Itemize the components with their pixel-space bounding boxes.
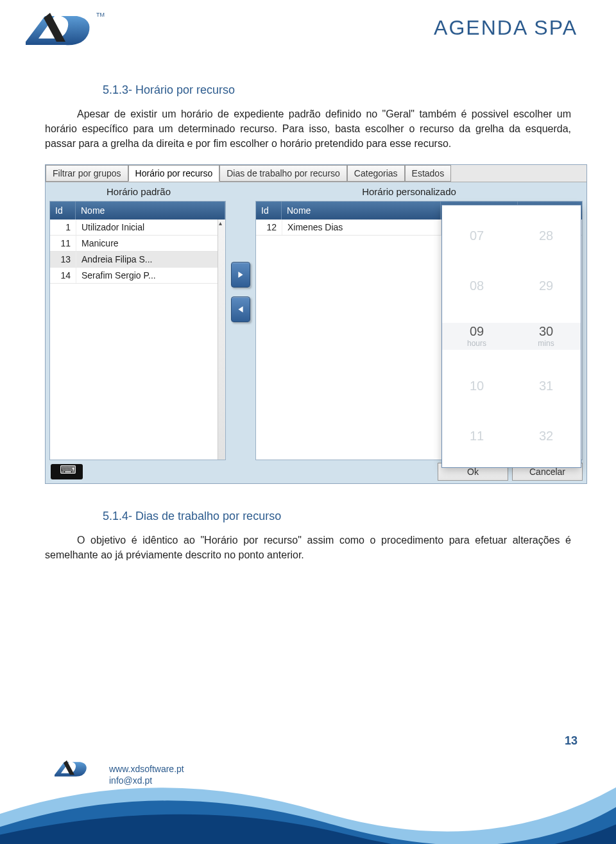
document-body: 5.1.3- Horário por recurso Apesar de exi… — [0, 83, 616, 562]
table-row[interactable]: 13Andreia Filipa S... — [50, 252, 225, 268]
tab-filtrar-grupos[interactable]: Filtrar por grupos — [46, 165, 128, 182]
footer-xd-logo — [51, 755, 96, 786]
grid-horario-padrao[interactable]: Id Nome 1Utilizador Inicial 11Manicure 1… — [49, 201, 226, 460]
footer-email[interactable]: info@xd.pt — [109, 775, 184, 786]
time-picker-popup[interactable]: 07 08 09 hours 10 11 28 29 30 mins 31 32 — [441, 205, 581, 468]
footer-url[interactable]: www.xdsoftware.pt — [109, 763, 184, 775]
xd-logo: TM — [19, 6, 109, 57]
label-horario-personalizado: Horário personalizado — [232, 186, 586, 197]
tab-bar: Filtrar por grupos Horário por recurso D… — [46, 165, 586, 182]
section-heading-514: 5.1.4- Dias de trabalho por recurso — [103, 510, 571, 523]
tab-categorias[interactable]: Categorias — [347, 165, 405, 182]
move-right-button[interactable] — [231, 262, 250, 288]
hour-wheel[interactable]: 07 08 09 hours 10 11 — [442, 223, 511, 450]
section-heading-513: 5.1.3- Horário por recurso — [103, 83, 571, 97]
tab-estados[interactable]: Estados — [405, 165, 452, 182]
move-left-button[interactable] — [231, 297, 250, 322]
transfer-buttons — [226, 124, 255, 460]
label-horario-padrao: Horário padrão — [46, 186, 232, 197]
app-screenshot: Filtrar por grupos Horário por recurso D… — [45, 164, 587, 484]
footer-links: www.xdsoftware.pt info@xd.pt — [109, 763, 184, 786]
tab-horario-recurso[interactable]: Horário por recurso — [128, 165, 220, 182]
table-row[interactable]: 1Utilizador Inicial — [50, 220, 225, 236]
svg-text:TM: TM — [96, 12, 105, 18]
minute-wheel[interactable]: 28 29 30 mins 31 32 — [511, 223, 581, 450]
table-row[interactable]: 14Serafim Sergio P... — [50, 268, 225, 284]
scrollbar[interactable] — [218, 220, 225, 460]
page-header: TM AGENDA SPA — [0, 0, 616, 64]
col-header-nome[interactable]: Nome — [282, 202, 441, 220]
grid-sublabels: Horário padrão Horário personalizado — [46, 182, 586, 201]
section-paragraph-513: Apesar de existir um horário de expedien… — [45, 107, 571, 151]
col-header-id[interactable]: Id — [50, 202, 76, 220]
col-header-id[interactable]: Id — [256, 202, 282, 220]
col-header-nome[interactable]: Nome — [76, 202, 225, 220]
page-title: AGENDA SPA — [434, 16, 578, 40]
section-paragraph-514: O objetivo é idêntico ao "Horário por re… — [45, 533, 571, 562]
keyboard-icon[interactable] — [51, 464, 83, 479]
table-row[interactable]: 11Manicure — [50, 236, 225, 252]
